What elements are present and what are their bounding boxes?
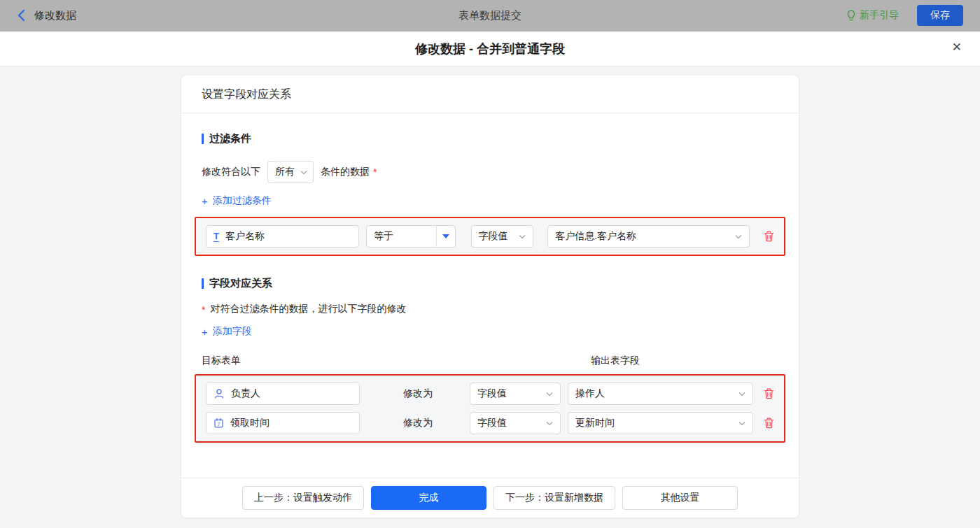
output-field-value: 更新时间: [575, 417, 615, 429]
scope-select[interactable]: 所有: [267, 161, 314, 183]
mapping-highlight-box: 负责人 修改为 字段值 操作人: [195, 374, 785, 443]
target-field-value: 负责人: [231, 387, 260, 400]
filter-row: T 客户名称 等于 字段值: [206, 225, 774, 248]
chevron-down-icon: [519, 234, 526, 239]
mapping-column-headers: 目标表单 输出表字段: [202, 355, 778, 367]
add-field-link[interactable]: + 添加字段: [202, 325, 252, 338]
required-asterisk: *: [202, 304, 205, 315]
mapping-section-label: 字段对应关系: [209, 277, 272, 290]
target-field-input[interactable]: 负责人: [206, 383, 360, 405]
other-settings-button[interactable]: 其他设置: [622, 486, 738, 510]
calendar-day-glyph: 7: [218, 421, 220, 427]
settings-card: 设置字段对应关系 过滤条件 修改符合以下 所有 条件的数据 * + 添加过滤条件: [181, 76, 799, 518]
modify-as-label: 修改为: [403, 417, 433, 429]
value-type-value: 字段值: [479, 230, 508, 243]
add-filter-label: 添加过滤条件: [213, 194, 272, 207]
chevron-down-icon: [738, 392, 746, 397]
target-form-column-header: 目标表单: [202, 355, 241, 366]
compare-value: 客户信息.客户名称: [555, 230, 636, 243]
chevron-down-icon: [546, 421, 553, 426]
delete-filter-button[interactable]: [764, 231, 774, 242]
chevron-down-icon: [738, 421, 746, 426]
value-type-value: 字段值: [477, 387, 507, 400]
beginner-guide-button[interactable]: 新手引导: [846, 9, 899, 22]
modify-as-label: 修改为: [403, 387, 433, 400]
value-type-value: 字段值: [477, 417, 507, 429]
calendar-icon: 7: [214, 418, 224, 429]
value-type-select[interactable]: 字段值: [470, 383, 561, 405]
operator-dropdown-trigger[interactable]: [437, 226, 455, 247]
plus-icon: +: [202, 195, 208, 207]
add-filter-condition-link[interactable]: + 添加过滤条件: [202, 194, 272, 207]
mapping-row: 7 领取时间 修改为 字段值 更新时间: [206, 412, 774, 434]
output-field-column-header: 输出表字段: [591, 355, 640, 367]
operator-value: 等于: [367, 226, 436, 247]
plus-icon: +: [202, 326, 208, 338]
mapping-row: 负责人 修改为 字段值 操作人: [206, 383, 774, 405]
required-asterisk: *: [373, 166, 377, 178]
value-type-select[interactable]: 字段值: [470, 412, 561, 434]
scope-select-value: 所有: [275, 166, 295, 178]
back-chevron-icon: [17, 9, 26, 22]
delete-mapping-button[interactable]: [764, 418, 774, 429]
back-label: 修改数据: [34, 9, 76, 22]
operator-select[interactable]: 等于: [366, 225, 455, 248]
condition-prefix: 修改符合以下: [202, 166, 260, 178]
delete-mapping-button[interactable]: [764, 388, 774, 399]
target-field-value: 领取时间: [230, 417, 270, 429]
output-field-select[interactable]: 操作人: [568, 383, 753, 405]
next-step-button[interactable]: 下一步：设置新增数据: [493, 486, 615, 510]
back-button[interactable]: 修改数据: [17, 9, 76, 22]
page-title: 表单数据提交: [0, 9, 980, 22]
top-bar: 修改数据 表单数据提交 新手引导 保存: [0, 0, 980, 31]
section-accent-bar: [202, 278, 204, 289]
prev-step-button[interactable]: 上一步：设置触发动作: [242, 486, 364, 510]
mapping-description-row: * 对符合过滤条件的数据，进行以下字段的修改: [202, 303, 778, 315]
modal-content: 设置字段对应关系 过滤条件 修改符合以下 所有 条件的数据 * + 添加过滤条件: [0, 66, 980, 528]
trash-icon: [764, 388, 774, 399]
mapping-description: 对符合过滤条件的数据，进行以下字段的修改: [210, 303, 406, 315]
modal-header: 修改数据 - 合并到普通字段 ✕: [0, 31, 980, 66]
filter-field-value: 客户名称: [225, 230, 265, 243]
output-field-value: 操作人: [575, 387, 605, 400]
card-footer: 上一步：设置触发动作 完成 下一步：设置新增数据 其他设置: [181, 478, 799, 518]
text-field-icon: T: [214, 231, 219, 242]
card-title: 设置字段对应关系: [181, 76, 799, 113]
value-type-select[interactable]: 字段值: [471, 225, 534, 248]
save-button[interactable]: 保存: [917, 5, 963, 26]
mapping-section-title: 字段对应关系: [202, 277, 778, 290]
chevron-down-icon: [300, 170, 307, 175]
compare-value-select[interactable]: 客户信息.客户名称: [547, 225, 750, 248]
trash-icon: [764, 231, 774, 242]
filter-field-input[interactable]: T 客户名称: [206, 225, 359, 248]
user-icon: [214, 388, 225, 399]
filter-highlight-box: T 客户名称 等于 字段值: [195, 217, 785, 256]
chevron-down-icon: [546, 392, 553, 397]
caret-down-icon: [442, 234, 449, 238]
target-field-input[interactable]: 7 领取时间: [206, 412, 360, 434]
condition-suffix: 条件的数据: [321, 166, 370, 178]
trash-icon: [764, 418, 774, 429]
lightbulb-icon: [846, 10, 856, 21]
add-field-label: 添加字段: [213, 325, 252, 338]
filter-section-label: 过滤条件: [209, 132, 251, 145]
close-icon[interactable]: ✕: [952, 41, 962, 53]
guide-label: 新手引导: [860, 9, 899, 22]
output-field-select[interactable]: 更新时间: [568, 412, 753, 434]
modal-title: 修改数据 - 合并到普通字段: [415, 41, 565, 57]
section-accent-bar: [202, 134, 204, 144]
chevron-down-icon: [735, 234, 742, 239]
condition-scope-row: 修改符合以下 所有 条件的数据 *: [202, 161, 778, 183]
done-button[interactable]: 完成: [371, 486, 486, 510]
filter-section-title: 过滤条件: [202, 132, 778, 145]
